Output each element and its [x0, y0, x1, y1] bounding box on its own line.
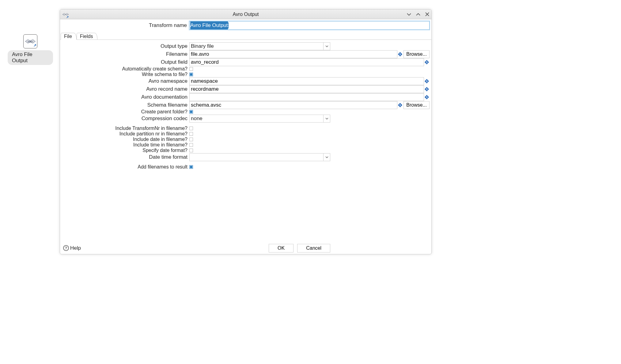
tab-fields[interactable]: Fields: [77, 33, 98, 40]
create-parent-folder-label: Create parent folder?: [62, 109, 189, 114]
compression-codec-select[interactable]: none: [189, 115, 330, 123]
svg-text:AVRO: AVRO: [28, 40, 33, 43]
avro-namespace-label: Avro namespace: [62, 78, 189, 84]
chevron-down-icon[interactable]: [323, 154, 330, 161]
arrow-icon: ↗: [33, 43, 36, 47]
help-button[interactable]: ? Help: [63, 245, 81, 251]
write-schema-file-checkbox[interactable]: [189, 73, 193, 76]
help-label: Help: [70, 245, 81, 251]
include-time-checkbox[interactable]: [189, 143, 193, 147]
filename-input[interactable]: [189, 50, 397, 58]
create-parent-folder-checkbox[interactable]: [189, 110, 193, 114]
output-type-select[interactable]: Binary file: [189, 42, 330, 50]
include-date-checkbox[interactable]: [189, 138, 193, 141]
schema-filename-browse-button[interactable]: Browse...: [403, 101, 430, 109]
svg-text:S: S: [426, 61, 428, 64]
transform-name-label: Transform name: [62, 22, 189, 28]
specify-date-format-checkbox[interactable]: [189, 149, 193, 152]
chevron-down-icon[interactable]: [323, 43, 330, 50]
schema-filename-label: Schema filename: [62, 102, 189, 108]
write-schema-file-label: Write schema to file?: [62, 72, 189, 77]
filename-label: Filename: [62, 51, 189, 57]
svg-text:S: S: [426, 88, 428, 91]
avro-output-dialog: ↗ Avro Output Transform name Avro File O…: [60, 9, 432, 254]
chevron-down-icon[interactable]: [323, 115, 330, 122]
maximize-icon[interactable]: [416, 12, 421, 17]
minimize-icon[interactable]: [407, 12, 411, 17]
date-time-format-value: [190, 154, 323, 161]
tab-file[interactable]: File: [61, 33, 77, 40]
variable-diamond-icon[interactable]: S: [425, 79, 429, 83]
arrow-icon: ↗: [66, 15, 69, 19]
add-filenames-result-label: Add filenames to result: [62, 165, 189, 169]
compression-codec-label: Compression codec: [62, 116, 189, 122]
svg-text:S: S: [399, 53, 401, 56]
include-date-label: Include date in filename?: [62, 137, 189, 142]
cancel-button[interactable]: Cancel: [297, 244, 330, 252]
svg-text:S: S: [426, 80, 428, 83]
variable-diamond-icon[interactable]: S: [425, 60, 429, 64]
dialog-button-bar: ? Help OK Cancel: [60, 242, 431, 254]
avro-documentation-input[interactable]: [189, 93, 424, 101]
file-tab-form: Output type Binary file Filename S Bro: [60, 40, 431, 242]
include-partition-nr-checkbox[interactable]: [189, 132, 193, 136]
include-partition-nr-label: Include partition nr in filename?: [62, 131, 189, 136]
avro-record-name-input[interactable]: [189, 85, 424, 93]
dialog-title: Avro Output: [60, 12, 431, 17]
filename-browse-button[interactable]: Browse...: [403, 50, 430, 58]
output-field-label: Output field: [62, 59, 189, 65]
compression-codec-value: none: [190, 115, 323, 122]
transform-name-input[interactable]: [189, 21, 430, 30]
tab-strip: File Fields: [60, 32, 431, 40]
canvas-node-avro-output[interactable]: AVRO ↗ Avro File Output: [8, 34, 53, 65]
avro-namespace-input[interactable]: [189, 77, 424, 85]
output-type-label: Output type: [62, 43, 189, 49]
variable-diamond-icon[interactable]: S: [398, 52, 402, 56]
transform-name-row: Transform name Avro File Output: [60, 19, 431, 32]
avro-documentation-label: Avro documentation: [62, 94, 189, 100]
include-transform-nr-label: Include TransformNr in filename?: [62, 126, 189, 131]
auto-schema-checkbox[interactable]: [189, 67, 193, 71]
include-transform-nr-checkbox[interactable]: [189, 127, 193, 130]
svg-text:S: S: [399, 104, 401, 107]
variable-diamond-icon[interactable]: S: [425, 95, 429, 99]
variable-diamond-icon[interactable]: S: [398, 103, 402, 107]
ok-button[interactable]: OK: [269, 244, 293, 252]
variable-diamond-icon[interactable]: S: [425, 87, 429, 91]
output-field-input[interactable]: [189, 58, 424, 66]
include-time-label: Include time in filename?: [62, 142, 189, 147]
output-type-value: Binary file: [190, 43, 323, 50]
svg-text:S: S: [426, 96, 428, 99]
date-time-format-label: Date time format: [62, 154, 189, 160]
titlebar[interactable]: ↗ Avro Output: [60, 9, 431, 19]
question-icon: ?: [63, 245, 69, 251]
date-time-format-select[interactable]: [189, 153, 330, 161]
add-filenames-result-checkbox[interactable]: [189, 165, 193, 169]
specify-date-format-label: Specify date format?: [62, 148, 189, 153]
avro-record-name-label: Avro record name: [62, 86, 189, 92]
canvas-node-icon[interactable]: AVRO ↗: [23, 34, 37, 48]
schema-filename-input[interactable]: [189, 101, 397, 109]
canvas-node-label: Avro File Output: [8, 50, 53, 65]
close-icon[interactable]: [425, 12, 430, 17]
auto-schema-label: Automatically create schema?: [62, 66, 189, 71]
